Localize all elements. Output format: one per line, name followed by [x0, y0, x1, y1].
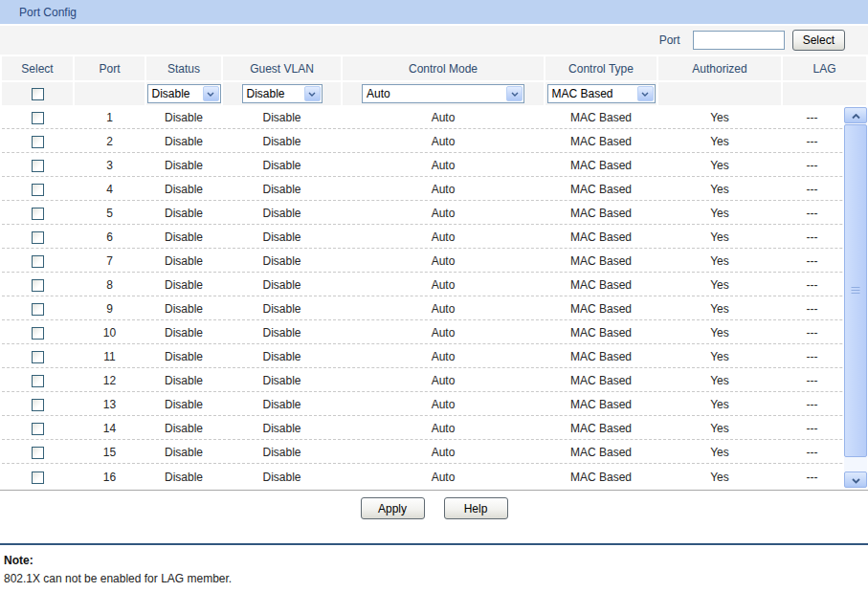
port-select-button[interactable]: Select [792, 30, 845, 51]
row-select-checkbox[interactable] [32, 471, 44, 484]
row-select-checkbox[interactable] [32, 231, 44, 244]
scrollbar-grip-icon [852, 287, 860, 295]
note-text: 802.1X can not be enabled for LAG member… [0, 572, 868, 585]
chevron-down-icon [304, 86, 321, 101]
cell-status: Disable [146, 274, 221, 296]
cell-control-type: MAC Based [545, 274, 657, 296]
port-search-input[interactable] [693, 31, 785, 50]
row-select-checkbox[interactable] [32, 423, 44, 435]
cell-authorized: Yes [658, 131, 781, 153]
cell-port: 11 [75, 346, 145, 368]
cell-port: 7 [75, 251, 145, 273]
guest-vlan-filter-select[interactable]: Disable [242, 84, 323, 103]
row-select-checkbox[interactable] [32, 255, 44, 268]
row-select-checkbox[interactable] [32, 136, 44, 148]
cell-port: 3 [75, 155, 145, 177]
cell-control-mode: Auto [343, 418, 544, 440]
cell-select [2, 179, 73, 201]
cell-control-mode: Auto [343, 107, 544, 129]
control-type-filter-select[interactable]: MAC Based [547, 84, 656, 103]
cell-status: Disable [146, 466, 221, 488]
table-row: 5 Disable Disable Auto MAC Based Yes --- [2, 203, 866, 225]
filter-cell-select [2, 82, 73, 105]
scrollbar-down-button[interactable] [844, 471, 867, 488]
cell-select [2, 227, 73, 249]
cell-control-mode: Auto [343, 346, 544, 368]
cell-control-type: MAC Based [545, 227, 657, 249]
table-row: 11 Disable Disable Auto MAC Based Yes --… [2, 346, 866, 368]
row-select-checkbox[interactable] [32, 327, 44, 340]
cell-authorized: Yes [658, 442, 781, 464]
table-scrollbar[interactable] [844, 107, 867, 488]
control-mode-filter-select[interactable]: Auto [362, 84, 524, 103]
cell-select [2, 131, 73, 153]
table-row: 10 Disable Disable Auto MAC Based Yes --… [2, 322, 866, 344]
row-select-checkbox[interactable] [32, 447, 44, 459]
cell-status: Disable [146, 155, 221, 177]
row-select-checkbox[interactable] [32, 112, 44, 124]
row-select-checkbox[interactable] [32, 351, 44, 363]
row-select-checkbox[interactable] [32, 303, 44, 316]
cell-control-type: MAC Based [545, 466, 657, 488]
cell-select [2, 155, 73, 177]
cell-select [2, 203, 73, 225]
row-select-checkbox[interactable] [32, 184, 44, 196]
cell-control-type: MAC Based [545, 322, 657, 344]
scrollbar-thumb[interactable] [844, 124, 867, 457]
row-select-checkbox[interactable] [32, 375, 44, 387]
table-filter-row: Disable Disable [2, 82, 866, 105]
cell-authorized: Yes [658, 203, 781, 225]
cell-control-type: MAC Based [545, 179, 657, 201]
scrollbar-up-button[interactable] [844, 107, 867, 123]
chevron-down-icon [637, 86, 654, 101]
cell-control-mode: Auto [343, 466, 544, 488]
cell-control-type: MAC Based [545, 107, 657, 129]
cell-port: 15 [75, 442, 145, 464]
chevron-down-icon [852, 473, 860, 487]
cell-port: 4 [75, 179, 145, 201]
cell-guest-vlan: Disable [223, 298, 341, 320]
cell-control-mode: Auto [343, 227, 544, 249]
cell-authorized: Yes [658, 155, 781, 177]
cell-port: 13 [75, 394, 145, 416]
filter-cell-status: Disable [146, 82, 221, 105]
action-buttons-row: Apply Help [0, 497, 868, 519]
row-select-checkbox[interactable] [32, 208, 44, 220]
help-button[interactable]: Help [444, 497, 508, 519]
cell-status: Disable [146, 227, 221, 249]
cell-select [2, 274, 73, 296]
cell-status: Disable [146, 298, 221, 320]
cell-control-type: MAC Based [545, 442, 657, 464]
status-filter-value: Disable [148, 87, 202, 100]
column-header-authorized: Authorized [658, 56, 781, 80]
table-row: 2 Disable Disable Auto MAC Based Yes --- [2, 131, 866, 153]
cell-select [2, 394, 73, 416]
cell-select [2, 370, 73, 392]
note-divider [0, 543, 868, 545]
cell-guest-vlan: Disable [223, 466, 341, 488]
cell-guest-vlan: Disable [223, 346, 341, 368]
cell-select [2, 107, 73, 129]
table-row: 13 Disable Disable Auto MAC Based Yes --… [2, 394, 866, 416]
cell-authorized: Yes [658, 251, 781, 273]
chevron-down-icon [506, 86, 523, 101]
cell-control-type: MAC Based [545, 346, 657, 368]
select-all-checkbox[interactable] [32, 88, 44, 100]
cell-guest-vlan: Disable [223, 155, 341, 177]
row-select-checkbox[interactable] [32, 279, 44, 292]
column-header-lag: LAG [783, 56, 866, 80]
status-filter-select[interactable]: Disable [147, 84, 221, 103]
row-select-checkbox[interactable] [32, 399, 44, 411]
cell-authorized: Yes [658, 322, 781, 344]
row-select-checkbox[interactable] [32, 160, 44, 172]
cell-port: 2 [75, 131, 145, 153]
cell-guest-vlan: Disable [223, 394, 341, 416]
table-row: 15 Disable Disable Auto MAC Based Yes --… [2, 442, 866, 464]
cell-guest-vlan: Disable [223, 274, 341, 296]
apply-button[interactable]: Apply [361, 497, 425, 519]
table-header-row: Select Port Status Guest VLAN Control Mo… [2, 56, 866, 80]
cell-status: Disable [146, 442, 221, 464]
cell-authorized: Yes [658, 466, 781, 488]
cell-status: Disable [146, 346, 221, 368]
cell-control-type: MAC Based [545, 370, 657, 392]
